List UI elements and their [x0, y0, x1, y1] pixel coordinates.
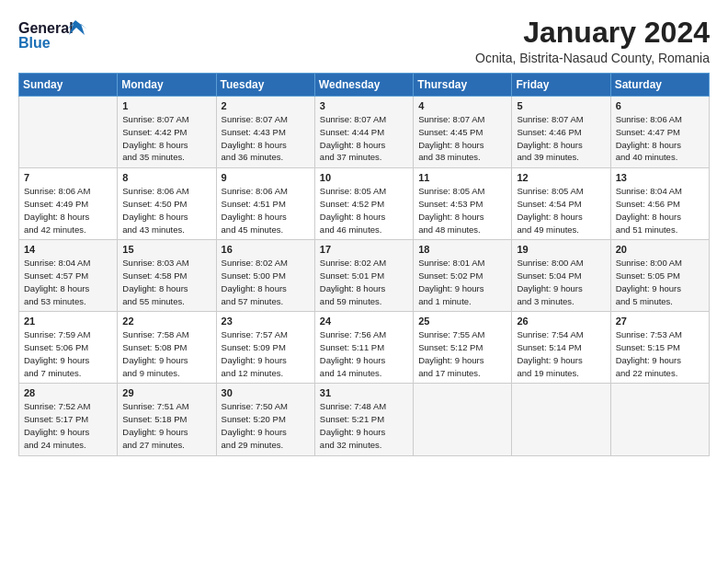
table-cell: 14Sunrise: 8:04 AM Sunset: 4:57 PM Dayli…: [19, 240, 118, 312]
col-tuesday: Tuesday: [216, 74, 314, 97]
day-number: 23: [222, 316, 310, 327]
table-cell: 3Sunrise: 8:07 AM Sunset: 4:44 PM Daylig…: [314, 97, 413, 168]
table-row: 1Sunrise: 8:07 AM Sunset: 4:42 PM Daylig…: [19, 97, 710, 168]
day-info: Sunrise: 7:48 AM Sunset: 5:21 PM Dayligh…: [320, 400, 408, 451]
day-info: Sunrise: 8:06 AM Sunset: 4:49 PM Dayligh…: [24, 185, 112, 236]
day-info: Sunrise: 8:07 AM Sunset: 4:44 PM Dayligh…: [320, 113, 408, 164]
table-cell: 22Sunrise: 7:58 AM Sunset: 5:08 PM Dayli…: [118, 312, 216, 384]
day-number: 28: [24, 387, 112, 398]
calendar-page: General Blue January 2024 Ocnita, Bistri…: [0, 0, 728, 563]
day-info: Sunrise: 8:06 AM Sunset: 4:50 PM Dayligh…: [122, 185, 210, 236]
day-number: 15: [122, 244, 210, 255]
table-cell: 26Sunrise: 7:54 AM Sunset: 5:14 PM Dayli…: [512, 312, 610, 384]
table-row: 7Sunrise: 8:06 AM Sunset: 4:49 PM Daylig…: [19, 168, 710, 240]
day-info: Sunrise: 8:07 AM Sunset: 4:46 PM Dayligh…: [517, 113, 605, 164]
table-cell: 5Sunrise: 8:07 AM Sunset: 4:46 PM Daylig…: [512, 97, 610, 168]
day-number: 1: [122, 100, 210, 111]
table-cell: 31Sunrise: 7:48 AM Sunset: 5:21 PM Dayli…: [314, 384, 413, 455]
table-cell: 13Sunrise: 8:04 AM Sunset: 4:56 PM Dayli…: [610, 168, 709, 240]
logo: General Blue: [18, 17, 101, 55]
table-cell: 1Sunrise: 8:07 AM Sunset: 4:42 PM Daylig…: [118, 97, 216, 168]
day-number: 2: [222, 100, 310, 111]
table-cell: [512, 384, 610, 455]
day-info: Sunrise: 8:00 AM Sunset: 5:04 PM Dayligh…: [517, 257, 605, 307]
day-info: Sunrise: 8:07 AM Sunset: 4:43 PM Dayligh…: [222, 113, 310, 164]
table-cell: 6Sunrise: 8:06 AM Sunset: 4:47 PM Daylig…: [610, 97, 709, 168]
day-number: 3: [320, 100, 408, 111]
table-cell: 4Sunrise: 8:07 AM Sunset: 4:45 PM Daylig…: [414, 97, 512, 168]
day-info: Sunrise: 8:05 AM Sunset: 4:54 PM Dayligh…: [517, 185, 605, 236]
svg-text:Blue: Blue: [18, 35, 51, 51]
table-cell: 19Sunrise: 8:00 AM Sunset: 5:04 PM Dayli…: [512, 240, 610, 312]
day-info: Sunrise: 8:04 AM Sunset: 4:56 PM Dayligh…: [616, 185, 704, 236]
day-number: 26: [517, 316, 605, 327]
day-number: 7: [24, 172, 112, 183]
day-number: 22: [122, 316, 210, 327]
col-saturday: Saturday: [610, 74, 709, 97]
day-info: Sunrise: 7:56 AM Sunset: 5:11 PM Dayligh…: [320, 328, 408, 379]
col-sunday: Sunday: [19, 74, 118, 97]
table-cell: 24Sunrise: 7:56 AM Sunset: 5:11 PM Dayli…: [314, 312, 413, 384]
day-number: 30: [222, 387, 310, 398]
table-cell: 30Sunrise: 7:50 AM Sunset: 5:20 PM Dayli…: [216, 384, 314, 455]
day-info: Sunrise: 7:53 AM Sunset: 5:15 PM Dayligh…: [616, 328, 704, 379]
table-cell: 7Sunrise: 8:06 AM Sunset: 4:49 PM Daylig…: [19, 168, 118, 240]
day-number: 13: [616, 172, 704, 183]
table-cell: 2Sunrise: 8:07 AM Sunset: 4:43 PM Daylig…: [216, 97, 314, 168]
header: General Blue January 2024 Ocnita, Bistri…: [18, 17, 710, 65]
day-info: Sunrise: 7:54 AM Sunset: 5:14 PM Dayligh…: [517, 328, 605, 379]
day-info: Sunrise: 8:04 AM Sunset: 4:57 PM Dayligh…: [24, 257, 112, 307]
table-cell: 28Sunrise: 7:52 AM Sunset: 5:17 PM Dayli…: [19, 384, 118, 455]
month-title: January 2024: [475, 17, 710, 49]
day-info: Sunrise: 7:58 AM Sunset: 5:08 PM Dayligh…: [122, 328, 210, 379]
day-info: Sunrise: 8:02 AM Sunset: 5:01 PM Dayligh…: [320, 257, 408, 307]
table-cell: 20Sunrise: 8:00 AM Sunset: 5:05 PM Dayli…: [610, 240, 709, 312]
day-number: 6: [616, 100, 704, 111]
table-cell: 18Sunrise: 8:01 AM Sunset: 5:02 PM Dayli…: [414, 240, 512, 312]
table-cell: 27Sunrise: 7:53 AM Sunset: 5:15 PM Dayli…: [610, 312, 709, 384]
col-friday: Friday: [512, 74, 610, 97]
table-row: 14Sunrise: 8:04 AM Sunset: 4:57 PM Dayli…: [19, 240, 710, 312]
col-thursday: Thursday: [414, 74, 512, 97]
svg-text:General: General: [18, 20, 74, 36]
title-block: January 2024 Ocnita, Bistrita-Nasaud Cou…: [475, 17, 710, 65]
day-number: 17: [320, 244, 408, 255]
day-number: 9: [222, 172, 310, 183]
table-cell: 8Sunrise: 8:06 AM Sunset: 4:50 PM Daylig…: [118, 168, 216, 240]
day-number: 5: [517, 100, 605, 111]
day-info: Sunrise: 8:03 AM Sunset: 4:58 PM Dayligh…: [122, 257, 210, 307]
day-number: 8: [122, 172, 210, 183]
day-info: Sunrise: 8:01 AM Sunset: 5:02 PM Dayligh…: [418, 257, 506, 307]
table-cell: 10Sunrise: 8:05 AM Sunset: 4:52 PM Dayli…: [314, 168, 413, 240]
day-info: Sunrise: 8:02 AM Sunset: 5:00 PM Dayligh…: [222, 257, 310, 307]
table-row: 21Sunrise: 7:59 AM Sunset: 5:06 PM Dayli…: [19, 312, 710, 384]
day-number: 16: [222, 244, 310, 255]
day-number: 18: [418, 244, 506, 255]
day-info: Sunrise: 8:05 AM Sunset: 4:53 PM Dayligh…: [418, 185, 506, 236]
table-cell: [414, 384, 512, 455]
day-number: 31: [320, 387, 408, 398]
calendar-table: Sunday Monday Tuesday Wednesday Thursday…: [18, 73, 710, 455]
location: Ocnita, Bistrita-Nasaud County, Romania: [475, 51, 710, 65]
day-info: Sunrise: 8:00 AM Sunset: 5:05 PM Dayligh…: [616, 257, 704, 307]
table-row: 28Sunrise: 7:52 AM Sunset: 5:17 PM Dayli…: [19, 384, 710, 455]
header-row: Sunday Monday Tuesday Wednesday Thursday…: [19, 74, 710, 97]
table-cell: 25Sunrise: 7:55 AM Sunset: 5:12 PM Dayli…: [414, 312, 512, 384]
day-info: Sunrise: 8:06 AM Sunset: 4:51 PM Dayligh…: [222, 185, 310, 236]
day-info: Sunrise: 7:50 AM Sunset: 5:20 PM Dayligh…: [222, 400, 310, 451]
day-number: 14: [24, 244, 112, 255]
day-number: 29: [122, 387, 210, 398]
day-number: 19: [517, 244, 605, 255]
table-cell: 29Sunrise: 7:51 AM Sunset: 5:18 PM Dayli…: [118, 384, 216, 455]
day-number: 24: [320, 316, 408, 327]
table-cell: 12Sunrise: 8:05 AM Sunset: 4:54 PM Dayli…: [512, 168, 610, 240]
day-info: Sunrise: 8:07 AM Sunset: 4:45 PM Dayligh…: [418, 113, 506, 164]
col-wednesday: Wednesday: [314, 74, 413, 97]
table-cell: 16Sunrise: 8:02 AM Sunset: 5:00 PM Dayli…: [216, 240, 314, 312]
day-number: 12: [517, 172, 605, 183]
day-info: Sunrise: 7:52 AM Sunset: 5:17 PM Dayligh…: [24, 400, 112, 451]
table-cell: 9Sunrise: 8:06 AM Sunset: 4:51 PM Daylig…: [216, 168, 314, 240]
day-info: Sunrise: 8:06 AM Sunset: 4:47 PM Dayligh…: [616, 113, 704, 164]
day-number: 20: [616, 244, 704, 255]
table-cell: 15Sunrise: 8:03 AM Sunset: 4:58 PM Dayli…: [118, 240, 216, 312]
